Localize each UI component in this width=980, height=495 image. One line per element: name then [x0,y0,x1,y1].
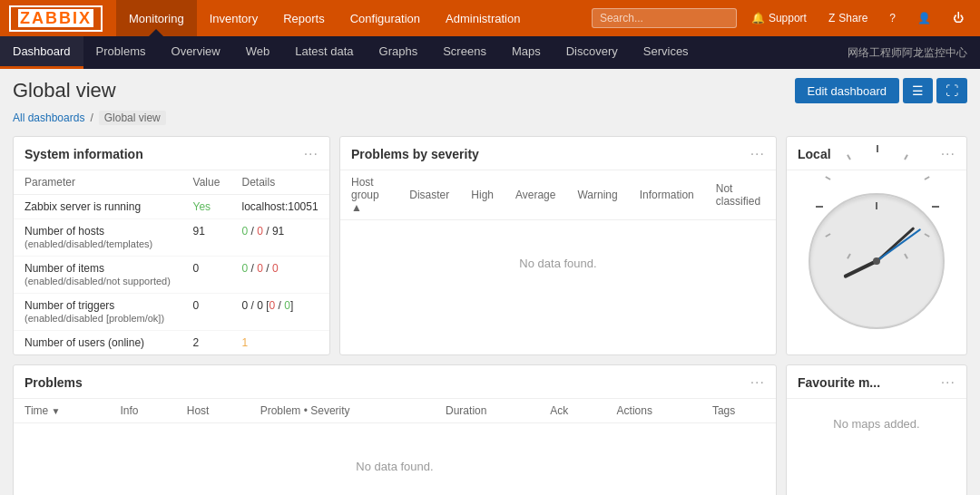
problems-severity-menu[interactable]: ··· [750,146,765,162]
page-content: Global view Edit dashboard ☰ ⛶ All dashb… [0,69,980,495]
search-input[interactable] [592,8,737,28]
breadcrumb-current: Global view [99,111,166,125]
favourite-maps-title: Favourite m... [798,375,880,390]
user-button[interactable]: 👤 [910,9,938,27]
clock-center [873,257,880,265]
tab-screens[interactable]: Screens [430,36,499,69]
problems-severity-header: Problems by severity ··· [340,137,776,170]
tenant-label: 网络工程师阿龙监控中心 [848,45,980,61]
support-button[interactable]: 🔔 Support [744,9,814,27]
dashboard-bottom-row: Problems ··· Time ▼ Info Host Problem • … [13,364,967,495]
nav-inventory[interactable]: Inventory [197,0,270,36]
val-server-running: Yes [182,195,231,219]
tab-dashboard[interactable]: Dashboard [0,36,83,69]
zabbix-logo[interactable]: ZABBIX [9,5,103,32]
page-header-buttons: Edit dashboard ☰ ⛶ [795,78,967,103]
col-info: Info [110,399,176,423]
breadcrumb: All dashboards / Global view [13,111,967,125]
param-users: Number of users (online) [14,331,182,355]
col-parameter: Parameter [14,170,182,195]
share-icon: Z [828,12,835,24]
breadcrumb-parent[interactable]: All dashboards [13,112,84,124]
problems-menu[interactable]: ··· [750,374,765,391]
tab-web[interactable]: Web [233,36,283,69]
table-row: Number of items(enabled/disabled/not sup… [14,257,329,294]
param-server-running: Zabbix server is running [14,195,182,219]
share-button[interactable]: Z Share [821,9,875,27]
col-average: Average [505,170,566,220]
local-header: Local ··· [787,137,966,170]
tab-latest-data[interactable]: Latest data [282,36,366,69]
tab-discovery[interactable]: Discovery [554,36,631,69]
table-row: Zabbix server is running Yes localhost:1… [14,195,329,219]
top-nav-right: 🔔 Support Z Share ? 👤 ⏻ [592,8,971,28]
favourite-maps-no-data: No maps added. [787,399,966,449]
dashboard-list-button[interactable]: ☰ [903,78,933,103]
col-host: Host [176,399,250,423]
table-row: No data found. [340,220,776,307]
nav-configuration[interactable]: Configuration [338,0,433,36]
analog-clock [808,193,945,329]
val-items: 0 [182,257,231,294]
tab-maps[interactable]: Maps [499,36,554,69]
col-time[interactable]: Time ▼ [14,399,110,423]
clock-container [787,170,966,352]
nav-monitoring[interactable]: Monitoring [116,0,197,36]
problems-severity-title: Problems by severity [351,147,479,161]
val-hosts: 91 [182,219,231,257]
tab-problems[interactable]: Problems [83,36,159,69]
system-info-header: System information ··· [14,137,329,170]
tab-graphs[interactable]: Graphs [367,36,431,69]
param-hosts: Number of hosts(enabled/disabled/templat… [14,219,182,257]
page-header: Global view Edit dashboard ☰ ⛶ [13,78,967,103]
local-title: Local [798,147,831,161]
page-title: Global view [13,79,116,102]
problems-header: Problems ··· [14,365,776,399]
col-details: Details [231,170,329,195]
power-button[interactable]: ⏻ [946,9,971,27]
system-info-table: Parameter Value Details Zabbix server is… [14,170,329,354]
table-row: Number of users (online) 2 1 [14,331,329,355]
breadcrumb-separator: / [90,112,93,124]
val-users: 2 [182,331,231,355]
col-information: Information [629,170,705,220]
help-button[interactable]: ? [882,9,903,27]
local-menu[interactable]: ··· [941,146,956,162]
system-info-menu[interactable]: ··· [304,146,318,162]
hour-hand [843,259,877,278]
edit-dashboard-button[interactable]: Edit dashboard [795,78,899,103]
problems-widget: Problems ··· Time ▼ Info Host Problem • … [13,364,777,495]
det-items: 0 / 0 / 0 [231,257,329,294]
col-disaster: Disaster [398,170,460,220]
favourite-maps-menu[interactable]: ··· [941,374,956,391]
dashboard-fullscreen-button[interactable]: ⛶ [936,78,967,103]
param-triggers: Number of triggers(enabled/disabled [pro… [14,294,182,331]
col-tags: Tags [701,399,776,423]
val-triggers: 0 [182,294,231,331]
no-data-label: No data found. [340,220,776,307]
nav-reports[interactable]: Reports [270,0,338,36]
col-host-group[interactable]: Host group ▲ [340,170,398,220]
table-row: Number of triggers(enabled/disabled [pro… [14,294,329,331]
support-icon: 🔔 [751,12,765,24]
logo-text: ZABBIX [18,9,93,27]
top-navigation: ZABBIX Monitoring Inventory Reports Conf… [0,0,980,36]
problems-table: Time ▼ Info Host Problem • Severity Dura… [14,399,776,495]
col-problem-severity: Problem • Severity [250,399,435,423]
col-not-classified: Not classified [705,170,776,220]
nav-administration[interactable]: Administration [433,0,533,36]
problems-no-data: No data found. [14,423,776,496]
dashboard-top-row: System information ··· Parameter Value D… [13,136,967,355]
table-row: Number of hosts(enabled/disabled/templat… [14,219,329,257]
severity-table: Host group ▲ Disaster High Average Warni… [340,170,776,306]
tab-overview[interactable]: Overview [159,36,233,69]
problems-by-severity-widget: Problems by severity ··· Host group ▲ Di… [339,136,777,355]
col-duration: Duration [435,399,539,423]
param-items: Number of items(enabled/disabled/not sup… [14,257,182,294]
system-info-title: System information [24,147,143,161]
favourite-maps-widget: Favourite m... ··· No maps added. [786,364,967,495]
table-row: No data found. [14,423,776,496]
system-info-widget: System information ··· Parameter Value D… [13,136,330,355]
tab-services[interactable]: Services [631,36,701,69]
favourite-maps-header: Favourite m... ··· [787,365,966,399]
